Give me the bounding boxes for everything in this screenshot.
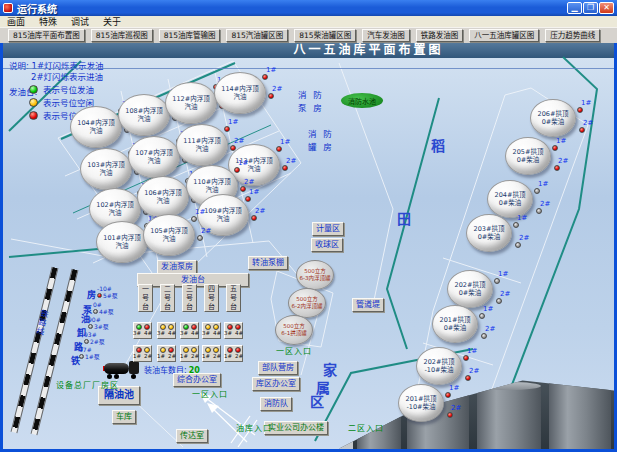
legend-divider	[3, 68, 614, 69]
small-tank-6-2内浮顶罐: 500立方6-2内浮顶罐	[288, 288, 326, 318]
diesel-tank-206#拱顶: 206#拱顶0#柴油	[530, 99, 576, 137]
tank-name: 201#拱顶	[440, 316, 471, 324]
lamp-number-label: 1#	[538, 181, 548, 188]
lamp-number-label: 1#	[266, 67, 276, 74]
bay-lamp-number: 4#	[144, 331, 152, 337]
toolbar-button-815油库管输图[interactable]: 815油库管输图	[159, 29, 221, 42]
bay-label-三号台: 三 号 台	[182, 284, 197, 312]
pump-grade: -10#	[97, 285, 118, 292]
lamp-number-label: 1#	[280, 139, 290, 146]
minimize-button[interactable]: ▁	[567, 2, 582, 14]
bay-lamp-number: 2#	[144, 354, 152, 360]
tank-name: 202#拱顶	[424, 358, 455, 366]
lamp-number-label: 2#	[540, 201, 550, 208]
indicator-lamp: 1#	[234, 160, 248, 173]
indicator-lamp: 1#	[494, 271, 508, 284]
diesel-tank-201#拱顶: 201#拱顶-10#柴油	[398, 384, 444, 422]
bay-lamp-number: 1#	[133, 354, 141, 360]
map-label-一区入口: 一区入口	[276, 346, 312, 358]
pump-row: 5#泵	[97, 292, 118, 299]
toolbar-button-汽车发油图[interactable]: 汽车发油图	[362, 29, 410, 42]
map-label-管道堤: 管道堤	[352, 298, 384, 312]
tank-product: 汽油	[90, 127, 103, 135]
lamp-bulb-red	[552, 145, 558, 151]
lamp-bulb-red	[579, 127, 585, 133]
yellow-legend-dot	[29, 98, 38, 107]
lamp-number-label: 1#	[581, 100, 591, 107]
app-icon	[3, 3, 13, 13]
pump-grade: 0#	[93, 301, 114, 308]
map-label-传达室: 传达室	[176, 429, 208, 443]
tank-name: 101#内浮顶	[103, 234, 140, 242]
gasoline-tank-107#内浮顶: 107#内浮顶汽油	[128, 136, 180, 178]
lamp-number-label: 2#	[558, 158, 568, 165]
maximize-button[interactable]: ❐	[583, 2, 598, 14]
bay-lamp-number: 3#	[133, 331, 141, 337]
map-label-二区入口: 二区入口	[348, 423, 384, 435]
toolbar-button-815汽油罐区图[interactable]: 815汽油罐区图	[226, 29, 288, 42]
small-tank-volume: 500立方	[296, 296, 318, 303]
bay-lamp-panel: 3#4#	[224, 322, 243, 339]
lamp-bulb-red	[276, 146, 282, 152]
lamp-number-label: 2#	[272, 86, 282, 93]
bay-lamp-number: 1#	[157, 354, 165, 360]
lamp-number-label: 1#	[467, 348, 477, 355]
tank-product: 汽油	[248, 165, 261, 173]
lamp-bulb-gray	[515, 242, 521, 248]
indicator-lamp: 2#	[515, 235, 529, 248]
bay-lamp-labels: 1#2#	[133, 354, 152, 360]
toolbar-button-815柴油罐区图[interactable]: 815柴油罐区图	[294, 29, 356, 42]
tank-product: 0#柴油	[517, 156, 540, 164]
bay-lamp-labels: 3#4#	[180, 331, 199, 337]
bay-lamp-labels: 3#4#	[202, 331, 221, 337]
pump-row: 3#泵	[88, 323, 109, 330]
pump-name: 3#泵	[94, 323, 109, 330]
map-label-车库: 车库	[112, 410, 136, 424]
indicator-lamp: 1#	[224, 119, 238, 132]
bay-lamp-number: 3#	[202, 331, 210, 337]
pump-grade: 90#	[88, 316, 109, 323]
map-label-消防队: 消防队	[260, 397, 292, 411]
toolbar-button-铁路发油图[interactable]: 铁路发油图	[416, 29, 464, 42]
legend-line-2: 2#灯闪烁表示进油	[31, 70, 103, 82]
indicator-lamp: 2#	[268, 86, 282, 99]
tank-name: 114#内浮顶	[221, 85, 258, 93]
bay-lamp-panel: 1#2#	[202, 345, 221, 362]
gasoline-tank-104#内浮顶: 104#内浮顶汽油	[70, 106, 122, 148]
toolbar-button-压力趋势曲线[interactable]: 压力趋势曲线	[545, 29, 600, 42]
bay-label-二号台: 二 号 台	[160, 284, 175, 312]
bay-lamp-number: 3#	[180, 331, 188, 337]
diesel-tank-202#拱顶: 202#拱顶0#柴油	[447, 270, 493, 308]
tank-product: 汽油	[116, 242, 129, 250]
pump-lamp-gray	[79, 354, 84, 359]
diesel-tank-205#拱顶: 205#拱顶0#柴油	[505, 137, 551, 175]
pump-grade: 93#	[84, 331, 105, 338]
close-button[interactable]: ✕	[599, 2, 614, 14]
indicator-lamp: 2#	[197, 228, 211, 241]
bay-lamp-labels: 3#4#	[133, 331, 152, 337]
indicator-lamp: 1#	[463, 348, 477, 361]
small-tank-name: 6-2内浮顶罐	[292, 303, 323, 310]
diesel-tank-203#拱顶: 203#拱顶0#柴油	[466, 214, 512, 252]
bay-lamp-panel: 1#2#	[157, 345, 176, 362]
pump-row: 2#泵	[84, 338, 105, 345]
bay-lamp-number: 3#	[224, 331, 232, 337]
small-tank-name: 6-1拱顶罐	[281, 330, 306, 337]
tank-name: 111#内浮顶	[183, 137, 220, 145]
map-label-田: 田	[397, 208, 411, 228]
title-bar: 运行系统 ▁ ❐ ✕	[0, 0, 617, 16]
lamp-number-label: 2#	[201, 228, 211, 235]
tank-product: -10#柴油	[406, 403, 435, 411]
tank-name: 109#内浮顶	[204, 207, 241, 215]
lamp-number-label: 2#	[469, 368, 479, 375]
map-label-收球区: 收球区	[311, 238, 343, 252]
toolbar-button-815油库平面布置图[interactable]: 815油库平面布置图	[8, 29, 85, 42]
bay-lamp-panel: 3#4#	[133, 322, 152, 339]
lamp-bulb-gray	[481, 333, 487, 339]
tank-product: 汽油	[109, 209, 122, 217]
toolbar-button-八一五油库罐区图[interactable]: 八一五油库罐区图	[469, 29, 539, 42]
pump-lamp-gray	[93, 309, 98, 314]
toolbar-button-815油库巡视图[interactable]: 815油库巡视图	[91, 29, 153, 42]
gasoline-tank-114#内浮顶: 114#内浮顶汽油	[214, 72, 266, 114]
bay-lamp-panel: 3#4#	[157, 322, 176, 339]
